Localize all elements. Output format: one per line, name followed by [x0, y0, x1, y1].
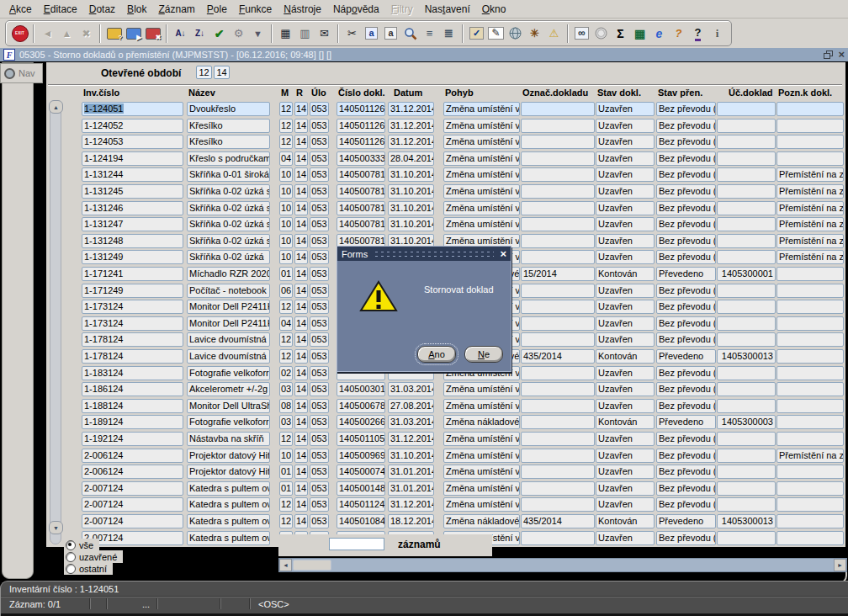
cell-oznac-dokladu[interactable] [521, 382, 595, 396]
cell-inv-cislo[interactable]: 1-189124 [82, 415, 183, 429]
cell-inv-cislo[interactable]: 1-131245 [82, 184, 183, 199]
print-icon[interactable]: ▦ [276, 23, 295, 44]
alert-lamp-icon[interactable]: ⚠ [544, 23, 564, 44]
cell-nazev[interactable]: Monitor Dell P2411H [187, 316, 270, 331]
cell-uc-doklad[interactable] [717, 332, 776, 347]
cancel-query-icon[interactable]: ✖ [143, 23, 162, 44]
cell-pohyb[interactable]: Změna umístění v [443, 135, 520, 149]
cell-oznac-dokladu[interactable] [521, 217, 595, 231]
cell-r[interactable]: 14 [294, 349, 308, 364]
cell-oznac-dokladu[interactable] [521, 300, 595, 314]
cell-ulo[interactable]: 053 [310, 234, 329, 248]
dialog-button-ano[interactable]: Ano [417, 346, 456, 363]
cell-m[interactable]: 08 [279, 399, 293, 413]
cell-inv-cislo[interactable]: 1-171249 [82, 284, 183, 298]
cell-r[interactable]: 14 [294, 465, 308, 479]
cell-stav-dokl[interactable]: Uzavřen [596, 102, 655, 116]
cell-inv-cislo[interactable]: 1-131249 [82, 250, 183, 264]
cell-ulo[interactable]: 053 [310, 167, 329, 182]
cell-m[interactable]: 12 [279, 332, 293, 347]
cell-ulo[interactable]: 053 [310, 382, 329, 396]
cell-m[interactable]: 06 [279, 284, 293, 298]
cell-r[interactable]: 14 [294, 332, 308, 347]
excel-icon[interactable]: ▦ [630, 23, 649, 44]
cell-oznac-dokladu[interactable] [521, 481, 595, 496]
scroll-right-icon[interactable]: ► [834, 559, 846, 571]
cell-datum[interactable]: 27.08.2014 [388, 399, 434, 413]
cell-nazev[interactable]: Lavice dvoumístná [187, 332, 270, 347]
cell-pohyb[interactable]: Změna umístění v [443, 119, 520, 133]
filter-icon[interactable]: ▼ [248, 23, 268, 44]
cell-pozn-k-dokl[interactable] [776, 135, 844, 149]
wrench-icon[interactable]: ⚙ [229, 23, 248, 44]
cell-stav-pren[interactable]: Bez převodu ( [656, 465, 716, 479]
cell-inv-cislo[interactable]: 1-173124 [82, 300, 183, 314]
cell-inv-cislo[interactable]: 1-183124 [82, 366, 183, 380]
cell-stav-dokl[interactable]: Kontován [596, 267, 655, 281]
cell-r[interactable]: 14 [294, 267, 308, 281]
cell-uc-doklad[interactable] [717, 184, 776, 199]
cell-cislo-dokl[interactable]: 1405007811 [337, 167, 385, 182]
cell-pozn-k-dokl[interactable] [776, 102, 844, 116]
cell-pozn-k-dokl[interactable]: Přemístění na zá [776, 234, 844, 248]
cell-m[interactable]: 10 [279, 167, 293, 182]
cell-pozn-k-dokl[interactable]: Přemístění na zá [776, 217, 844, 231]
cell-ulo[interactable]: 053 [310, 135, 329, 149]
cell-cislo-dokl[interactable]: 1405007812 [337, 184, 385, 199]
cell-pohyb[interactable]: Změna umístění v [443, 382, 520, 396]
cell-uc-doklad[interactable] [717, 250, 776, 264]
cell-datum[interactable]: 31.12.2014 [388, 102, 434, 116]
cell-nazev[interactable]: Katedra s pultem ov [187, 481, 270, 496]
cell-r[interactable]: 14 [294, 167, 308, 182]
cell-pohyb[interactable]: Změna umístění v [443, 217, 520, 231]
cell-stav-pren[interactable]: Bez převodu ( [656, 332, 716, 347]
cell-uc-doklad[interactable] [717, 399, 776, 413]
cell-stav-pren[interactable]: Bez převodu ( [656, 382, 716, 396]
cell-ulo[interactable]: 053 [310, 250, 329, 264]
cell-uc-doklad[interactable] [717, 481, 776, 496]
cell-ulo[interactable]: 053 [310, 119, 329, 133]
period-month-field[interactable]: 12 [196, 66, 212, 79]
cell-stav-pren[interactable]: Bez převodu ( [656, 201, 716, 215]
cell-oznac-dokladu[interactable] [521, 432, 595, 446]
cell-m[interactable]: 12 [279, 300, 293, 314]
cell-cislo-dokl[interactable]: 1405009693 [337, 449, 385, 463]
wheel-icon[interactable]: ✳ [525, 23, 544, 44]
cell-r[interactable]: 14 [294, 382, 308, 396]
close-window-icon[interactable]: × [838, 50, 845, 59]
cell-oznac-dokladu[interactable] [521, 151, 595, 166]
tasklist-icon[interactable]: ✓ [467, 23, 486, 44]
cell-oznac-dokladu[interactable] [521, 250, 595, 264]
cell-pozn-k-dokl[interactable] [776, 284, 844, 298]
menu-okno[interactable]: Okno [476, 2, 512, 17]
cell-pozn-k-dokl[interactable] [776, 382, 844, 396]
browser-icon[interactable]: e [649, 23, 669, 44]
cell-nazev[interactable]: Lavice dvoumístná [187, 349, 270, 364]
cell-inv-cislo[interactable]: 1-188124 [82, 399, 183, 413]
cell-r[interactable]: 14 [294, 250, 308, 264]
cell-datum[interactable]: 31.12.2014 [388, 497, 434, 512]
cell-pohyb[interactable]: Změna nákladové [443, 514, 520, 528]
filter-ostatni[interactable]: ostatní [64, 562, 113, 575]
menu-dotaz[interactable]: Dotaz [83, 2, 121, 17]
cell-nazev[interactable]: Křesílko [187, 119, 270, 133]
cell-pozn-k-dokl[interactable] [776, 119, 844, 133]
cell-cislo-dokl[interactable]: 1405011265 [337, 119, 385, 133]
cell-uc-doklad[interactable]: 1405300001 [717, 267, 776, 281]
cell-stav-dokl[interactable]: Kontován [596, 514, 655, 528]
record-count-input[interactable] [329, 538, 384, 550]
help-run-icon[interactable]: ? [669, 23, 688, 44]
cell-inv-cislo[interactable]: 1-124051 [82, 102, 183, 116]
cell-m[interactable]: 03 [279, 415, 293, 429]
cell-cislo-dokl[interactable]: 1405002660 [337, 415, 385, 429]
cell-pozn-k-dokl[interactable]: Přemístění na zá [776, 250, 844, 264]
cell-nazev[interactable]: Nástavba na skříň [187, 432, 270, 446]
cell-pohyb[interactable]: Změna umístění v [443, 399, 520, 413]
cell-stav-dokl[interactable]: Uzavřen [596, 300, 655, 314]
cell-m[interactable]: 12 [279, 119, 293, 133]
cell-uc-doklad[interactable] [717, 135, 776, 149]
cell-nazev[interactable]: Katedra s pultem ov [187, 497, 270, 512]
cell-cislo-dokl[interactable]: 1405011245 [337, 497, 385, 512]
mail-icon[interactable]: ✉ [315, 23, 334, 44]
cell-stav-dokl[interactable]: Uzavřen [596, 497, 655, 512]
